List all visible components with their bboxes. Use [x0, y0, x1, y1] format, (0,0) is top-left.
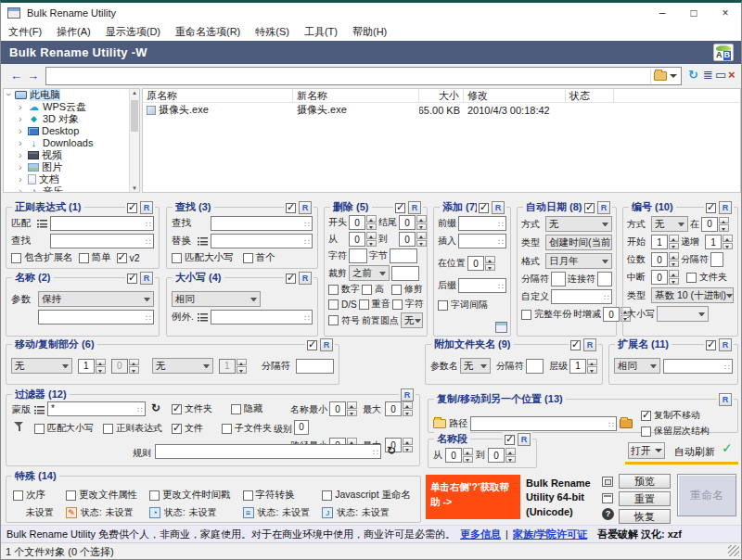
- add-enable-checkbox[interactable]: [479, 203, 489, 213]
- spin-up[interactable]: [96, 359, 106, 366]
- name-input[interactable]: [38, 310, 154, 325]
- case-reset-button[interactable]: R: [299, 272, 312, 285]
- number-incr-spinner[interactable]: 1: [705, 235, 733, 249]
- tree-item-3d-objects[interactable]: › ◆ 3D 对象: [4, 113, 139, 125]
- remove-enable-checkbox[interactable]: [395, 203, 405, 213]
- chevron-right-icon[interactable]: ›: [19, 186, 25, 193]
- filter-hidden-checkbox[interactable]: 隐藏: [231, 402, 262, 415]
- movecopy-n2-spinner[interactable]: 0: [111, 359, 139, 374]
- auto-refresh-label[interactable]: 自动刷新: [674, 445, 715, 459]
- tree-item-wps-cloud[interactable]: › ☁ WPS云盘: [4, 101, 139, 113]
- keep-hierarchy-checkbox[interactable]: 保留层次结构: [641, 425, 710, 438]
- spin-down[interactable]: [505, 456, 516, 464]
- spin-up[interactable]: [347, 401, 357, 409]
- autodate-enable-checkbox[interactable]: [584, 203, 595, 213]
- word-space-checkbox[interactable]: 字词间隔: [438, 299, 488, 312]
- spin-down[interactable]: [403, 410, 413, 417]
- chevron-right-icon[interactable]: ›: [19, 126, 25, 136]
- include-ext-checkbox[interactable]: 包含扩展名: [11, 251, 73, 264]
- scroll-up-icon[interactable]: ▲: [130, 90, 139, 95]
- date-custom-input[interactable]: [551, 289, 612, 304]
- spin-up[interactable]: [723, 235, 733, 242]
- number-pad-spinner[interactable]: 0: [651, 252, 679, 267]
- v2-checkbox[interactable]: v2: [117, 252, 140, 263]
- list-icon[interactable]: [197, 236, 208, 246]
- movecopy-mode2-select[interactable]: 无: [152, 358, 213, 374]
- spin-up[interactable]: [485, 256, 495, 263]
- maximize-button[interactable]: □: [678, 3, 710, 23]
- symbols-checkbox[interactable]: 符号: [328, 314, 360, 327]
- spin-down[interactable]: [669, 278, 679, 286]
- regex-reset-button[interactable]: R: [140, 201, 153, 214]
- tree-item-documents[interactable]: › 文档: [4, 173, 139, 185]
- high-checkbox[interactable]: 高: [362, 283, 384, 296]
- filter-subfolders-checkbox[interactable]: 子文件夹: [222, 422, 272, 435]
- spin-down[interactable]: [587, 366, 597, 374]
- restore-window-icon[interactable]: [602, 493, 613, 503]
- spin-down[interactable]: [347, 410, 357, 417]
- date-format-select[interactable]: 日月年: [545, 253, 612, 269]
- number-type-select[interactable]: 基数 10 (十进制): [651, 287, 734, 303]
- spin-down[interactable]: [485, 264, 495, 272]
- refresh-icon[interactable]: ↻: [151, 401, 160, 414]
- namepart-reset-button[interactable]: R: [518, 433, 531, 446]
- folder-sep-input[interactable]: [526, 359, 544, 374]
- movecopy-n3-spinner[interactable]: 1: [219, 359, 247, 374]
- back-arrow-icon[interactable]: ←: [10, 69, 22, 83]
- copy-not-move-checkbox[interactable]: 复制不移动: [641, 409, 710, 422]
- movecopy-n1-spinner[interactable]: 1: [78, 359, 106, 374]
- list-icon[interactable]: [36, 219, 47, 228]
- insert-special-button[interactable]: [495, 322, 507, 333]
- spin-up[interactable]: [366, 215, 377, 223]
- chevron-right-icon[interactable]: ›: [19, 150, 25, 160]
- spin-up[interactable]: [719, 217, 729, 224]
- rename-button[interactable]: 重命名: [677, 474, 736, 516]
- ordering-checkbox[interactable]: 次序: [13, 489, 54, 502]
- folder-icon[interactable]: [620, 419, 633, 428]
- spin-down[interactable]: [366, 223, 377, 231]
- remove-words-input[interactable]: [390, 248, 417, 263]
- menu-tools[interactable]: 工具(T): [297, 25, 345, 39]
- help-banner-button[interactable]: 单击右侧'?'获取帮助 ->: [426, 475, 520, 519]
- digits-checkbox[interactable]: 数字: [328, 283, 360, 296]
- find-input[interactable]: [211, 216, 313, 231]
- regex-enable-checkbox[interactable]: [127, 203, 137, 213]
- change-attributes-checkbox[interactable]: 更改文件属性: [66, 489, 137, 502]
- first-only-checkbox[interactable]: 首个: [243, 251, 275, 264]
- menu-display-options[interactable]: 显示选项(D): [98, 25, 168, 39]
- display-icon[interactable]: ▭: [715, 68, 726, 82]
- path-input[interactable]: [45, 67, 682, 85]
- spin-up[interactable]: [505, 448, 516, 455]
- close-button[interactable]: ×: [710, 3, 741, 23]
- spin-down[interactable]: [416, 223, 427, 231]
- list-icon[interactable]: [197, 312, 208, 322]
- trim-checkbox[interactable]: 修剪: [391, 283, 423, 296]
- chevron-right-icon[interactable]: ›: [19, 114, 25, 124]
- spin-up[interactable]: [669, 270, 679, 277]
- change-timestamp-checkbox[interactable]: 更改文件时间戳: [149, 489, 231, 502]
- ext-enable-checkbox[interactable]: [706, 340, 716, 350]
- numbering-reset-button[interactable]: R: [719, 201, 732, 214]
- restore-button[interactable]: 恢复: [619, 509, 671, 524]
- crop-input[interactable]: [391, 266, 419, 281]
- ext-mode-select[interactable]: 相同: [614, 358, 660, 374]
- regex-match-input[interactable]: [50, 216, 154, 231]
- tree-toggle-icon[interactable]: ≣: [703, 68, 713, 82]
- remove-from-spinner[interactable]: 0: [349, 232, 377, 247]
- menu-actions[interactable]: 操作(A): [49, 25, 98, 39]
- date-sep-input[interactable]: [551, 272, 566, 286]
- open-folder-icon[interactable]: [433, 419, 446, 428]
- number-case-select[interactable]: [657, 306, 709, 322]
- find-enable-checkbox[interactable]: [286, 203, 296, 213]
- tree-item-downloads[interactable]: › ↓ Downloads: [4, 137, 139, 149]
- refresh-icon[interactable]: ↻: [387, 444, 396, 457]
- javascript-rename-checkbox[interactable]: Javascript 重命名: [322, 489, 411, 502]
- filter-folders-checkbox[interactable]: 文件夹: [172, 402, 212, 415]
- spin-down[interactable]: [463, 456, 473, 464]
- autodate-reset-button[interactable]: R: [597, 201, 610, 214]
- number-folder-checkbox[interactable]: 文件夹: [686, 271, 727, 284]
- more-info-link[interactable]: 更多信息: [460, 528, 501, 541]
- menu-file[interactable]: 文件(F): [1, 25, 49, 39]
- spin-down[interactable]: [96, 366, 106, 374]
- name-mode-select[interactable]: 保持: [38, 291, 154, 307]
